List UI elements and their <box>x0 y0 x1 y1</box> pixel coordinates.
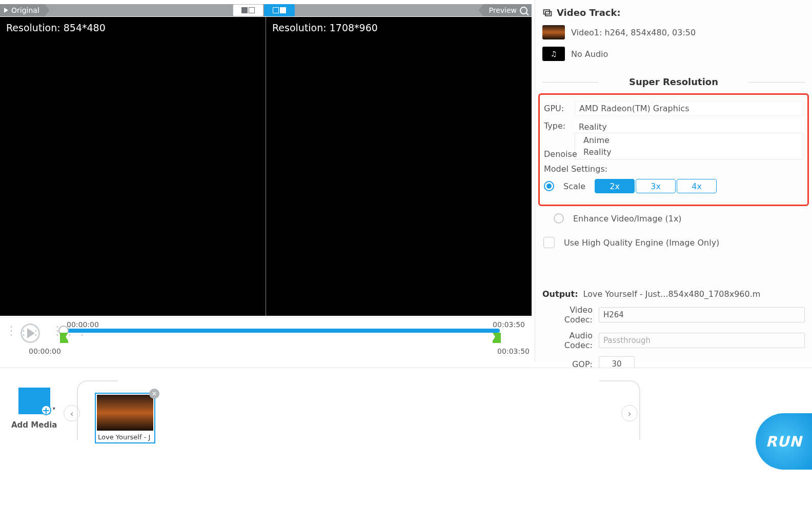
time-end-top: 00:03:50 <box>493 320 525 329</box>
denoise-label: Denoise <box>544 149 575 159</box>
upscaled-panel: Resolution: 1708*960 <box>266 17 532 316</box>
audio-track-info: No Audio <box>571 49 608 59</box>
time-start-bottom: 00:00:00 <box>29 347 61 355</box>
preview-topbar: Original Preview <box>0 4 532 16</box>
preview-tab[interactable]: Preview <box>479 4 532 16</box>
type-option-reality[interactable]: Reality <box>579 146 799 158</box>
tray-next-button[interactable]: › <box>621 405 638 421</box>
settings-panel: Video Track: Video1: h264, 854x480, 03:5… <box>535 0 812 362</box>
model-settings-label: Model Settings: <box>544 164 803 174</box>
time-end-bottom: 00:03:50 <box>497 347 530 355</box>
play-button[interactable] <box>21 323 40 343</box>
video-track-title: Video Track: <box>542 7 805 18</box>
enhance-radio[interactable] <box>554 213 564 224</box>
vcodec-label: Video Codec: <box>542 305 594 325</box>
upscaled-resolution: Resolution: 1708*960 <box>272 22 378 33</box>
scale-label: Scale <box>563 181 585 191</box>
acodec-select[interactable]: Passthrough <box>599 333 805 348</box>
enhance-label: Enhance Video/Image (1x) <box>573 214 682 224</box>
play-icon <box>27 328 35 338</box>
type-selected: Reality <box>575 121 803 133</box>
clip-thumb <box>97 395 153 431</box>
scale-4x-button[interactable]: 4x <box>677 179 717 193</box>
audio-track-row[interactable]: ♫No Audio <box>542 47 805 61</box>
viewmode-single-button[interactable] <box>233 4 263 16</box>
video-track-row[interactable]: Video1: h264, 854x480, 03:50 <box>542 25 805 39</box>
type-label: Type: <box>544 121 575 131</box>
viewmode-split-button[interactable] <box>264 4 295 16</box>
hq-checkbox[interactable] <box>543 237 555 248</box>
grip-icon[interactable]: ⋮⋮⋮ <box>5 328 16 339</box>
original-resolution: Resolution: 854*480 <box>6 22 106 33</box>
svg-rect-1 <box>545 11 552 15</box>
highlighted-settings: GPU:AMD Radeon(TM) Graphics Type: Realit… <box>538 93 809 206</box>
trim-start-flag[interactable] <box>60 333 68 343</box>
run-button[interactable]: RUN <box>756 413 812 470</box>
original-label: Original <box>11 6 39 14</box>
add-media-icon: +▾ <box>18 388 50 414</box>
video-track-info: Video1: h264, 854x480, 03:50 <box>571 28 696 37</box>
acodec-label: Audio Codec: <box>542 331 594 350</box>
type-option-anime[interactable]: Anime <box>579 134 799 146</box>
add-media-button[interactable]: +▾ Add Media <box>11 388 57 430</box>
hq-label: Use High Quality Engine (Image Only) <box>564 238 719 248</box>
play-icon <box>4 8 8 13</box>
timeline: ⋮⋮⋮ ⋮⋮⋮ 00:00:00 00:03:50 00:00:00 00:03… <box>0 317 532 362</box>
original-panel: Resolution: 854*480 <box>0 17 266 316</box>
super-resolution-title: Super Resolution <box>542 76 805 87</box>
video-thumb <box>542 25 565 39</box>
scale-3x-button[interactable]: 3x <box>636 179 676 193</box>
preview-panels: Resolution: 854*480 Resolution: 1708*960 <box>0 17 532 316</box>
trim-end-flag[interactable] <box>493 333 501 343</box>
vcodec-select[interactable]: H264 <box>599 307 805 322</box>
stack-icon <box>542 8 553 18</box>
clip-close-button[interactable]: ✕ <box>149 389 159 399</box>
scale-2x-button[interactable]: 2x <box>595 179 635 193</box>
search-icon <box>520 7 527 14</box>
scale-radio[interactable] <box>544 181 554 191</box>
scale-buttons: 2x 3x 4x <box>595 179 717 193</box>
tray-prev-button[interactable]: ‹ <box>64 405 80 421</box>
view-mode-group <box>233 4 295 16</box>
time-start-top: 00:00:00 <box>67 320 99 329</box>
media-tray: +▾ Add Media ‹ › ✕ Love Yourself - J RUN <box>0 368 812 506</box>
preview-label: Preview <box>489 6 517 14</box>
clip-name: Love Yourself - J <box>96 432 154 442</box>
original-tab[interactable]: Original <box>0 4 50 16</box>
media-clip[interactable]: ✕ Love Yourself - J <box>95 393 155 443</box>
gpu-select[interactable]: AMD Radeon(TM) Graphics <box>575 101 803 116</box>
type-select[interactable]: Reality Anime Reality <box>575 121 803 159</box>
add-media-label: Add Media <box>11 420 57 430</box>
gpu-label: GPU: <box>544 104 575 113</box>
timeline-track[interactable] <box>63 329 500 333</box>
audio-icon: ♫ <box>542 47 565 61</box>
output-filename: Love Yourself - Just...854x480_1708x960.… <box>583 289 761 299</box>
output-label: Output: <box>542 289 578 299</box>
